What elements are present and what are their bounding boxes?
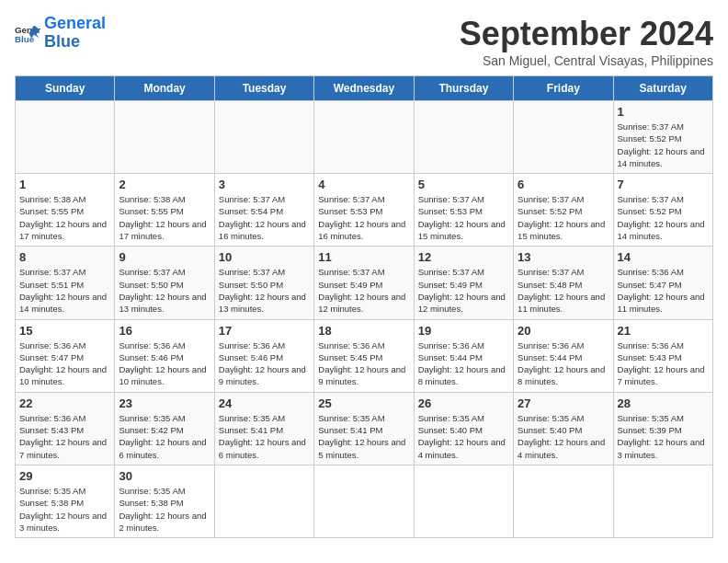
- day-number: 30: [119, 469, 210, 483]
- week-row-6: 29 Sunrise: 5:35 AM Sunset: 5:38 PM Dayl…: [16, 465, 713, 537]
- day-number: 4: [318, 178, 409, 191]
- day-info: Sunrise: 5:37 AM Sunset: 5:52 PM Dayligh…: [618, 193, 709, 242]
- day-header-thursday: Thursday: [414, 76, 513, 101]
- day-info: Sunrise: 5:35 AM Sunset: 5:40 PM Dayligh…: [518, 412, 609, 461]
- calendar-cell: 30 Sunrise: 5:35 AM Sunset: 5:38 PM Dayl…: [115, 465, 214, 537]
- calendar-cell: 2 Sunrise: 5:38 AM Sunset: 5:55 PM Dayli…: [115, 174, 214, 247]
- calendar-cell: 15 Sunrise: 5:36 AM Sunset: 5:47 PM Dayl…: [16, 319, 115, 392]
- day-number: 18: [318, 324, 409, 338]
- day-number: 16: [119, 324, 210, 338]
- calendar-cell: 1 Sunrise: 5:38 AM Sunset: 5:55 PM Dayli…: [16, 174, 115, 247]
- calendar-cell: [115, 101, 214, 174]
- day-info: Sunrise: 5:36 AM Sunset: 5:45 PM Dayligh…: [318, 339, 409, 388]
- day-number: 1: [19, 178, 110, 191]
- day-number: 8: [19, 250, 110, 264]
- week-row-2: 1 Sunrise: 5:38 AM Sunset: 5:55 PM Dayli…: [16, 174, 713, 247]
- day-header-wednesday: Wednesday: [314, 76, 414, 101]
- day-info: Sunrise: 5:35 AM Sunset: 5:38 PM Dayligh…: [119, 485, 210, 534]
- calendar-table: SundayMondayTuesdayWednesdayThursdayFrid…: [15, 75, 713, 538]
- day-info: Sunrise: 5:35 AM Sunset: 5:39 PM Dayligh…: [618, 412, 709, 461]
- day-number: 20: [518, 324, 609, 338]
- calendar-cell: 18 Sunrise: 5:36 AM Sunset: 5:45 PM Dayl…: [314, 319, 414, 392]
- calendar-cell: 1 Sunrise: 5:37 AM Sunset: 5:52 PM Dayli…: [613, 101, 712, 174]
- day-info: Sunrise: 5:37 AM Sunset: 5:54 PM Dayligh…: [219, 193, 310, 242]
- calendar-cell: 25 Sunrise: 5:35 AM Sunset: 5:41 PM Dayl…: [314, 392, 414, 465]
- calendar-cell: 16 Sunrise: 5:36 AM Sunset: 5:46 PM Dayl…: [115, 319, 214, 392]
- calendar-cell: 19 Sunrise: 5:36 AM Sunset: 5:44 PM Dayl…: [414, 319, 513, 392]
- calendar-cell: 12 Sunrise: 5:37 AM Sunset: 5:49 PM Dayl…: [414, 247, 513, 319]
- calendar-cell: [514, 101, 613, 174]
- calendar-cell: 14 Sunrise: 5:36 AM Sunset: 5:47 PM Dayl…: [613, 247, 712, 319]
- day-header-monday: Monday: [115, 76, 214, 101]
- calendar-cell: [314, 465, 414, 537]
- day-info: Sunrise: 5:36 AM Sunset: 5:43 PM Dayligh…: [618, 339, 709, 388]
- day-info: Sunrise: 5:36 AM Sunset: 5:47 PM Dayligh…: [19, 339, 110, 388]
- day-number: 14: [618, 250, 709, 264]
- day-info: Sunrise: 5:36 AM Sunset: 5:43 PM Dayligh…: [19, 412, 110, 461]
- day-number: 19: [418, 324, 509, 338]
- calendar-cell: 6 Sunrise: 5:37 AM Sunset: 5:52 PM Dayli…: [514, 174, 613, 247]
- days-header-row: SundayMondayTuesdayWednesdayThursdayFrid…: [16, 76, 713, 101]
- calendar-cell: 7 Sunrise: 5:37 AM Sunset: 5:52 PM Dayli…: [613, 174, 712, 247]
- day-info: Sunrise: 5:37 AM Sunset: 5:52 PM Dayligh…: [518, 193, 609, 242]
- calendar-cell: 3 Sunrise: 5:37 AM Sunset: 5:54 PM Dayli…: [214, 174, 313, 247]
- title-area: September 2024 San Miguel, Central Visay…: [460, 15, 713, 68]
- logo-icon: General Blue: [15, 20, 40, 46]
- day-number: 21: [618, 324, 709, 338]
- day-number: 7: [618, 178, 709, 191]
- day-number: 12: [418, 250, 509, 264]
- day-number: 5: [418, 178, 509, 191]
- day-header-sunday: Sunday: [16, 76, 115, 101]
- calendar-cell: 9 Sunrise: 5:37 AM Sunset: 5:50 PM Dayli…: [115, 247, 214, 319]
- week-row-3: 8 Sunrise: 5:37 AM Sunset: 5:51 PM Dayli…: [16, 247, 713, 319]
- day-info: Sunrise: 5:37 AM Sunset: 5:49 PM Dayligh…: [318, 266, 409, 315]
- calendar-cell: [613, 465, 712, 537]
- day-number: 25: [318, 396, 409, 410]
- day-info: Sunrise: 5:36 AM Sunset: 5:46 PM Dayligh…: [219, 339, 310, 388]
- day-number: 9: [119, 250, 210, 264]
- day-number: 10: [219, 250, 310, 264]
- day-number: 29: [19, 469, 110, 483]
- day-info: Sunrise: 5:37 AM Sunset: 5:51 PM Dayligh…: [19, 266, 110, 315]
- day-info: Sunrise: 5:35 AM Sunset: 5:38 PM Dayligh…: [19, 485, 110, 534]
- day-number: 26: [418, 396, 509, 410]
- day-info: Sunrise: 5:36 AM Sunset: 5:44 PM Dayligh…: [518, 339, 609, 388]
- calendar-cell: [414, 101, 513, 174]
- calendar-cell: 11 Sunrise: 5:37 AM Sunset: 5:49 PM Dayl…: [314, 247, 414, 319]
- day-info: Sunrise: 5:36 AM Sunset: 5:47 PM Dayligh…: [618, 266, 709, 315]
- calendar-cell: 29 Sunrise: 5:35 AM Sunset: 5:38 PM Dayl…: [16, 465, 115, 537]
- month-title: September 2024: [460, 15, 713, 53]
- day-number: 17: [219, 324, 310, 338]
- week-row-1: 1 Sunrise: 5:37 AM Sunset: 5:52 PM Dayli…: [16, 101, 713, 174]
- calendar-cell: 8 Sunrise: 5:37 AM Sunset: 5:51 PM Dayli…: [16, 247, 115, 319]
- calendar-cell: [214, 101, 313, 174]
- calendar-cell: 24 Sunrise: 5:35 AM Sunset: 5:41 PM Dayl…: [214, 392, 313, 465]
- day-info: Sunrise: 5:38 AM Sunset: 5:55 PM Dayligh…: [119, 193, 210, 242]
- day-info: Sunrise: 5:35 AM Sunset: 5:40 PM Dayligh…: [418, 412, 509, 461]
- calendar-cell: 13 Sunrise: 5:37 AM Sunset: 5:48 PM Dayl…: [514, 247, 613, 319]
- location-subtitle: San Miguel, Central Visayas, Philippines: [460, 53, 713, 68]
- day-header-saturday: Saturday: [613, 76, 712, 101]
- day-info: Sunrise: 5:37 AM Sunset: 5:52 PM Dayligh…: [618, 121, 709, 169]
- day-info: Sunrise: 5:37 AM Sunset: 5:48 PM Dayligh…: [518, 266, 609, 315]
- day-number: 3: [219, 178, 310, 191]
- day-number: 2: [119, 178, 210, 191]
- day-number: 22: [19, 396, 110, 410]
- logo-general: General: [44, 15, 106, 33]
- calendar-cell: 21 Sunrise: 5:36 AM Sunset: 5:43 PM Dayl…: [613, 319, 712, 392]
- day-info: Sunrise: 5:37 AM Sunset: 5:50 PM Dayligh…: [219, 266, 310, 315]
- calendar-cell: 27 Sunrise: 5:35 AM Sunset: 5:40 PM Dayl…: [514, 392, 613, 465]
- calendar-cell: 4 Sunrise: 5:37 AM Sunset: 5:53 PM Dayli…: [314, 174, 414, 247]
- calendar-cell: 22 Sunrise: 5:36 AM Sunset: 5:43 PM Dayl…: [16, 392, 115, 465]
- calendar-cell: [414, 465, 513, 537]
- day-number: 15: [19, 324, 110, 338]
- day-info: Sunrise: 5:36 AM Sunset: 5:46 PM Dayligh…: [119, 339, 210, 388]
- day-info: Sunrise: 5:35 AM Sunset: 5:42 PM Dayligh…: [119, 412, 210, 461]
- day-number: 24: [219, 396, 310, 410]
- day-header-tuesday: Tuesday: [214, 76, 313, 101]
- day-info: Sunrise: 5:35 AM Sunset: 5:41 PM Dayligh…: [219, 412, 310, 461]
- calendar-cell: 28 Sunrise: 5:35 AM Sunset: 5:39 PM Dayl…: [613, 392, 712, 465]
- day-info: Sunrise: 5:36 AM Sunset: 5:44 PM Dayligh…: [418, 339, 509, 388]
- day-number: 6: [518, 178, 609, 191]
- calendar-cell: 10 Sunrise: 5:37 AM Sunset: 5:50 PM Dayl…: [214, 247, 313, 319]
